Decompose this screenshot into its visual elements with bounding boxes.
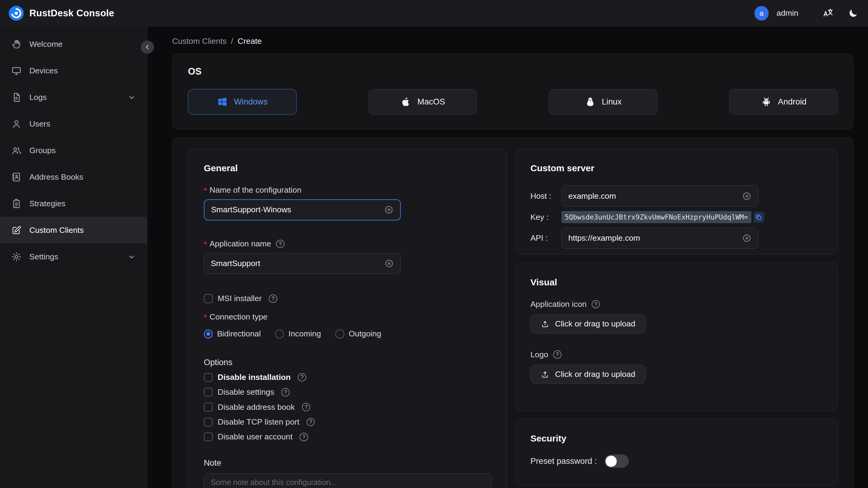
radio-button[interactable]	[275, 330, 284, 338]
topbar-right: a admin	[754, 6, 859, 21]
custom-server-title: Custom server	[530, 163, 822, 173]
linux-tux-icon	[585, 96, 596, 108]
address-book-icon	[11, 172, 22, 182]
chevron-down-icon	[127, 93, 135, 101]
disable-user-account-row: Disable user account ?	[204, 432, 491, 441]
note-input[interactable]	[204, 474, 492, 488]
os-button-linux[interactable]: Linux	[549, 89, 657, 115]
sidebar-item-custom-clients[interactable]: Custom Clients	[0, 217, 147, 243]
clipboard-icon	[11, 199, 22, 209]
os-button-android[interactable]: Android	[730, 89, 838, 115]
api-label: API :	[530, 234, 561, 243]
note-label: Note	[204, 458, 491, 468]
clear-circle-icon[interactable]	[384, 205, 394, 214]
topbar: RustDesk Console a admin	[0, 0, 868, 27]
msi-installer-label: MSI installer	[217, 294, 261, 303]
checkbox[interactable]	[204, 388, 213, 396]
disable-tcp-listen-port-row: Disable TCP listen port ?	[204, 417, 491, 427]
options-list: Disable installation ? Disable settings …	[204, 373, 491, 441]
checkbox[interactable]	[204, 432, 213, 441]
application-name-input[interactable]	[211, 259, 380, 268]
application-icon-upload-button[interactable]: Click or drag to upload	[530, 314, 645, 333]
os-button-windows[interactable]: Windows	[188, 89, 296, 115]
checkbox[interactable]	[204, 418, 213, 426]
radio-button[interactable]	[335, 330, 344, 338]
sidebar-item-devices[interactable]: Devices	[0, 58, 147, 84]
preset-password-toggle[interactable]	[604, 455, 629, 468]
sidebar-collapse-button[interactable]	[141, 40, 154, 54]
host-field	[561, 185, 759, 207]
visual-card: Visual Application icon ? Click or drag …	[515, 263, 838, 411]
copy-icon[interactable]	[753, 212, 764, 222]
sidebar-item-settings[interactable]: Settings	[0, 243, 147, 270]
clear-circle-icon[interactable]	[384, 259, 394, 268]
translate-icon[interactable]	[822, 7, 834, 19]
configuration-name-input[interactable]	[211, 205, 380, 214]
radio-button[interactable]	[204, 330, 213, 338]
chevron-down-icon	[127, 253, 135, 261]
api-row: API :	[530, 228, 822, 249]
monitor-icon	[11, 65, 22, 76]
api-input[interactable]	[568, 234, 738, 243]
sidebar-item-groups[interactable]: Groups	[0, 138, 147, 164]
host-input[interactable]	[568, 191, 738, 201]
os-button-macos[interactable]: MacOS	[369, 89, 477, 115]
required-marker: *	[204, 186, 207, 195]
checkbox[interactable]	[204, 402, 213, 411]
radio-outgoing[interactable]: Outgoing	[335, 329, 381, 338]
rustdesk-console-page: RustDesk Console a admin Welcome Devices…	[0, 0, 868, 488]
help-icon: ?	[553, 350, 561, 359]
help-icon: ?	[281, 388, 290, 396]
upload-icon	[540, 370, 549, 379]
chevron-left-icon	[144, 43, 151, 51]
radio-incoming[interactable]: Incoming	[275, 329, 321, 338]
help-icon: ?	[302, 403, 310, 411]
help-icon: ?	[300, 433, 308, 441]
sidebar-item-users[interactable]: Users	[0, 111, 147, 138]
configuration-panel: General * Name of the configuration * Ap…	[172, 137, 854, 488]
configuration-name-field	[204, 199, 401, 220]
sidebar-item-label: Welcome	[29, 39, 63, 49]
help-icon: ?	[269, 295, 277, 303]
clear-circle-icon[interactable]	[742, 191, 751, 201]
help-icon: ?	[592, 300, 600, 308]
os-panel: OS Windows MacOS Linux Android	[172, 54, 854, 129]
avatar[interactable]: a	[754, 6, 769, 21]
sidebar-item-logs[interactable]: Logs	[0, 84, 147, 111]
users-icon	[11, 145, 22, 156]
help-icon: ?	[298, 373, 306, 382]
clear-circle-icon[interactable]	[742, 234, 751, 243]
app-title: RustDesk Console	[29, 8, 114, 19]
sidebar-item-label: Logs	[29, 93, 47, 102]
required-marker: *	[204, 240, 207, 249]
sidebar-item-strategies[interactable]: Strategies	[0, 190, 147, 217]
sidebar-item-welcome[interactable]: Welcome	[0, 31, 147, 58]
upload-icon	[540, 319, 549, 328]
host-label: Host :	[530, 191, 561, 201]
rustdesk-logo-icon	[9, 6, 24, 21]
preset-password-label: Preset password :	[530, 456, 597, 466]
breadcrumb-parent[interactable]: Custom Clients	[172, 36, 226, 46]
radio-bidirectional[interactable]: Bidirectional	[204, 329, 261, 338]
android-robot-icon	[761, 96, 772, 108]
connection-type-options: Bidirectional Incoming Outgoing	[204, 329, 491, 338]
sidebar: Welcome Devices Logs Users Groups Addres…	[0, 27, 147, 488]
sidebar-item-label: Strategies	[29, 199, 65, 208]
hand-wave-icon	[11, 39, 22, 50]
logo-upload-button[interactable]: Click or drag to upload	[530, 365, 645, 384]
application-name-field	[204, 253, 401, 274]
disable-address-book-row: Disable address book ?	[204, 402, 491, 412]
sidebar-item-address-books[interactable]: Address Books	[0, 164, 147, 190]
checkbox[interactable]	[204, 373, 213, 382]
breadcrumb-current: Create	[238, 36, 262, 46]
msi-installer-checkbox[interactable]	[204, 294, 213, 303]
help-icon: ?	[276, 240, 284, 248]
sidebar-item-label: Users	[29, 119, 50, 129]
host-row: Host :	[530, 185, 822, 207]
theme-toggle-moon-icon[interactable]	[847, 7, 859, 19]
preset-password-row: Preset password :	[530, 455, 822, 468]
main-content: Custom Clients / Create OS Windows MacOS…	[148, 27, 868, 488]
right-column: Custom server Host : Key : 5Qbwsde3unUcJ…	[515, 149, 838, 488]
api-field	[561, 228, 759, 249]
apple-logo-icon	[400, 96, 411, 108]
